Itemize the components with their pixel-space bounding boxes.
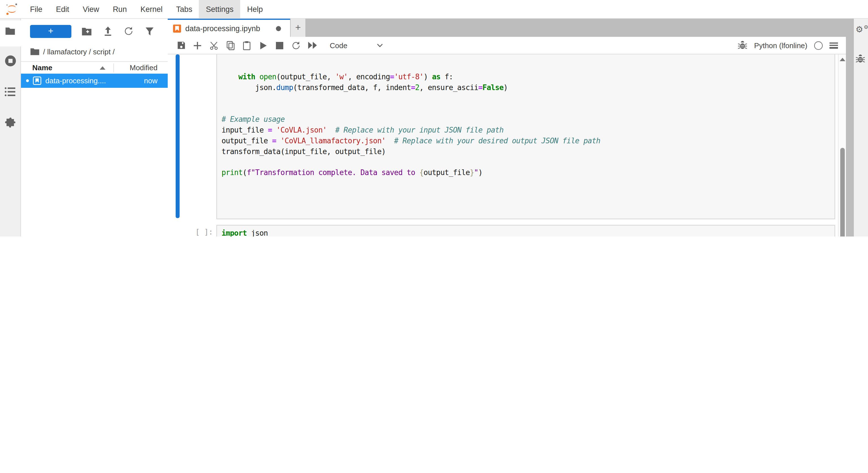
file-list-header: Name Modified — [21, 61, 168, 74]
save-icon[interactable] — [173, 41, 189, 50]
new-folder-icon[interactable] — [78, 26, 95, 36]
menu-edit[interactable]: Edit — [49, 0, 76, 18]
add-cell-icon[interactable] — [189, 41, 206, 50]
file-browser-icon[interactable] — [0, 25, 21, 37]
code-editor[interactable]: import json # input_split_file = "../400… — [217, 225, 835, 236]
notebook-file-icon — [33, 76, 41, 85]
code-line — [221, 157, 835, 168]
restart-run-all-icon[interactable] — [304, 41, 321, 49]
toolbar-menu-icon[interactable] — [830, 42, 838, 49]
kernel-name[interactable]: Python (lfonline) — [754, 41, 807, 50]
code-line: with open(output_file, 'w', encoding='ut… — [221, 72, 835, 83]
menu-view[interactable]: View — [76, 0, 106, 18]
menu-file[interactable]: File — [23, 0, 49, 18]
code-line: json.dump(transformed_data, f, indent=2,… — [221, 83, 835, 93]
code-line — [221, 93, 835, 104]
running-kernels-icon[interactable] — [0, 54, 21, 67]
code-cell-1[interactable]: with open(output_file, 'w', encoding='ut… — [216, 54, 835, 219]
extension-manager-icon[interactable] — [0, 117, 21, 129]
debugger-bug-icon[interactable] — [738, 41, 747, 50]
table-of-contents-icon[interactable] — [0, 87, 21, 97]
notebook-toolbar: Code Python (lfonline) — [168, 37, 846, 54]
tab-data-processing[interactable]: data-processing.ipynb — [168, 18, 290, 37]
file-modified: now — [144, 76, 157, 85]
debugger-panel-icon[interactable] — [856, 54, 865, 66]
code-line — [221, 179, 835, 189]
column-name[interactable]: Name — [32, 63, 53, 72]
code-line — [221, 200, 835, 211]
cut-icon[interactable] — [206, 40, 222, 50]
file-browser-toolbar: + — [21, 23, 168, 40]
menu-help[interactable]: Help — [240, 0, 270, 18]
upload-icon[interactable] — [99, 26, 116, 36]
notebook-scrollbar[interactable] — [838, 54, 846, 236]
menu-settings[interactable]: Settings — [199, 0, 241, 18]
cell-prompt: [ ]: — [168, 228, 213, 236]
jupyterlab-window: File Edit View Run Kernel Tabs Settings … — [0, 0, 868, 236]
column-modified[interactable]: Modified — [130, 63, 157, 72]
tab-label: data-processing.ipynb — [185, 24, 260, 33]
file-browser-panel: + / llamafactory / script / Name Modifie… — [21, 18, 168, 236]
stop-icon[interactable] — [271, 42, 288, 49]
jupyter-logo-icon — [5, 2, 19, 16]
file-row-selected[interactable]: data-processing.... now — [21, 74, 168, 88]
menu-kernel[interactable]: Kernel — [134, 0, 169, 18]
code-line — [221, 189, 835, 200]
menu-run[interactable]: Run — [106, 0, 134, 18]
refresh-icon[interactable] — [120, 26, 137, 36]
active-cell-collapser[interactable] — [176, 54, 180, 218]
code-line — [221, 211, 835, 221]
code-line: transform_data(input_file, output_file) — [221, 147, 835, 157]
left-activity-bar — [0, 18, 21, 236]
property-inspector-icon[interactable]: ⚙⚙ — [856, 25, 868, 33]
code-line — [221, 104, 835, 115]
unsaved-changes-icon[interactable] — [276, 26, 281, 31]
notebook-file-icon — [173, 24, 181, 33]
code-line: output_file = 'CoVLA_llamafactory.json' … — [221, 136, 835, 147]
code-editor[interactable]: with open(output_file, 'w', encoding='ut… — [217, 54, 835, 232]
code-line: # Example usage — [221, 115, 835, 125]
run-icon[interactable] — [255, 41, 271, 50]
chevron-down-icon — [377, 43, 383, 47]
folder-icon — [30, 48, 40, 56]
new-tab-button[interactable]: + — [291, 18, 305, 37]
scroll-up-icon[interactable] — [840, 58, 845, 61]
sort-ascending-icon[interactable] — [100, 66, 106, 69]
code-cell-2[interactable]: import json # input_split_file = "../400… — [216, 225, 835, 236]
tab-bar: data-processing.ipynb + — [168, 18, 305, 37]
code-line: input_file = 'CoVLA.json' # Replace with… — [221, 125, 835, 136]
cell-type-select[interactable]: Code — [330, 41, 383, 50]
menu-bar: File Edit View Run Kernel Tabs Settings … — [0, 0, 868, 19]
right-activity-bar: ⚙⚙ — [854, 18, 868, 236]
code-line: import json — [221, 228, 835, 236]
unsaved-dot-icon — [26, 79, 29, 82]
restart-kernel-icon[interactable] — [288, 40, 304, 50]
file-name: data-processing.... — [45, 76, 106, 85]
filter-icon[interactable] — [141, 26, 158, 36]
scrollbar-thumb[interactable] — [840, 148, 845, 236]
notebook-area[interactable]: with open(output_file, 'w', encoding='ut… — [168, 54, 846, 236]
menu-tabs[interactable]: Tabs — [169, 0, 199, 18]
copy-icon[interactable] — [222, 40, 239, 50]
code-line: print(f"Transformation complete. Data sa… — [221, 168, 835, 179]
kernel-status-icon[interactable] — [814, 41, 823, 50]
dock-panel: data-processing.ipynb + — [168, 18, 854, 236]
new-launcher-button[interactable]: + — [30, 25, 71, 38]
breadcrumb[interactable]: / llamafactory / script / — [30, 46, 115, 57]
paste-icon[interactable] — [239, 40, 255, 50]
